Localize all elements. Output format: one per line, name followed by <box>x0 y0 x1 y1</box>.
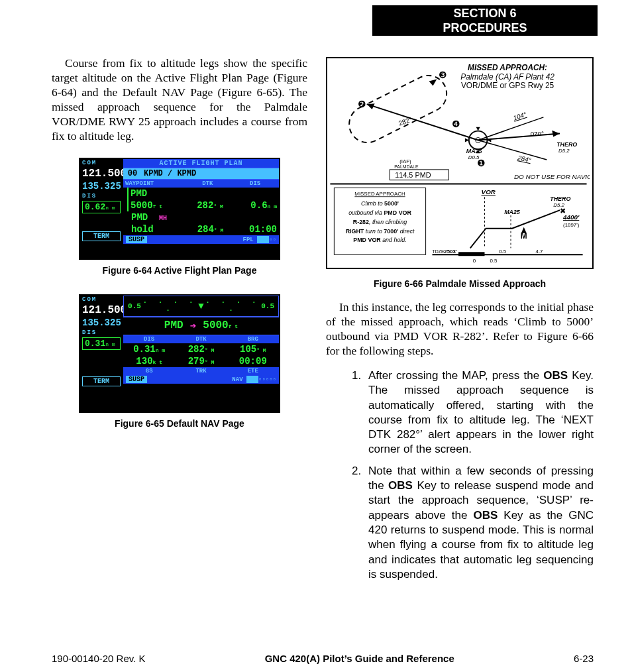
steps-list: After crossing the MAP, press the OBS Ke… <box>326 368 594 588</box>
h-dtk: DTK <box>175 335 227 343</box>
svg-text:Climb to 5000': Climb to 5000' <box>361 200 399 207</box>
term-badge: TERM <box>82 231 121 241</box>
ma25: MA25 <box>466 148 483 154</box>
row1-wp: PMD <box>127 188 190 199</box>
svg-line-2 <box>367 104 478 140</box>
h-brg: BRG <box>227 335 279 343</box>
susp-badge: SUSP <box>126 236 147 243</box>
com-standby-65: 135.325 <box>80 317 123 329</box>
to-alt-unit: f t <box>229 323 238 329</box>
h-gs: GS <box>123 367 175 375</box>
cdi-right: 0.5 <box>261 302 274 310</box>
p-vor: VOR <box>482 188 496 196</box>
dis-label: DIS <box>80 192 123 200</box>
com-label-65: COM <box>80 296 123 304</box>
left-column: Course from fix to altitude legs show th… <box>52 56 307 634</box>
therod: D5.2 <box>558 148 570 154</box>
m4: ❹ <box>452 119 460 129</box>
t0: 0 <box>473 258 476 264</box>
row2-dtk: 282 <box>197 200 213 211</box>
right-p1: In this instance, the leg corresponds to… <box>326 300 594 358</box>
plate-title3: VOR/DME or GPS Rwy 25 <box>461 81 554 90</box>
footer-center: GNC 420(A) Pilot’s Guide and Reference <box>265 653 454 664</box>
svg-text:outbound via PMD VOR: outbound via PMD VOR <box>348 209 411 216</box>
obs-key: OBS <box>543 369 568 382</box>
figure-6-66: MISSED APPROACH: Palmdale (CA) AF Plant … <box>326 57 594 269</box>
r1-brg-u: ° M <box>256 347 266 353</box>
com-standby: 135.325 <box>80 180 123 192</box>
thero: THERO <box>556 141 577 148</box>
p-thero: THERO <box>550 196 570 202</box>
susp-65: SUSP <box>126 376 147 383</box>
r1-brg: 105 <box>240 344 256 355</box>
svg-rect-19 <box>458 252 485 256</box>
freq: 114.5 PMD <box>395 171 431 179</box>
section-line1: SECTION 6 <box>372 6 598 21</box>
row4-dtk-unit: ° M <box>214 227 223 233</box>
dis-label-65: DIS <box>80 329 123 337</box>
iaf-name: PALMDALE <box>394 164 419 169</box>
footer-left: 190-00140-20 Rev. K <box>52 653 145 664</box>
tdze-v: 2503' <box>444 249 457 254</box>
com-active: 121.500 <box>80 167 123 180</box>
svg-text:RIGHT turn to 7000' direct: RIGHT turn to 7000' direct <box>346 228 415 235</box>
step-1: After crossing the MAP, press the OBS Ke… <box>364 368 594 457</box>
plate-title2: Palmdale (CA) AF Plant 42 <box>460 72 554 82</box>
m3: ❸ <box>439 70 447 80</box>
row2-unit: f t <box>153 203 162 209</box>
right-column: MISSED APPROACH: Palmdale (CA) AF Plant … <box>326 56 594 634</box>
caption-6-64: Figure 6-64 Active Flight Plan Page <box>52 265 307 276</box>
row3-wp: PMD <box>131 212 148 223</box>
to-alt: 5000 <box>203 319 228 331</box>
dis-unit: n m <box>105 205 115 211</box>
ma25d: D0.5 <box>468 154 480 160</box>
r2-ete: 00:09 <box>227 355 279 367</box>
fpl-label: FPL <box>243 237 254 243</box>
row4-wp: hold <box>127 223 187 235</box>
caption-6-65: Figure 6-65 Default NAV Page <box>52 418 307 429</box>
t47: 4.7 <box>536 249 543 254</box>
r1-dis: 0.31 <box>133 344 156 355</box>
m2: ❷ <box>358 99 366 109</box>
row2-dis-unit: n m <box>268 203 277 209</box>
figure-6-65: COM 121.500 135.325 DIS 0.31n m TERM 0.5… <box>79 294 280 413</box>
svg-text:R-282, then climbing: R-282, then climbing <box>353 219 407 225</box>
row4-dtk: 284 <box>197 224 214 235</box>
row4-time: 01:00 <box>233 223 279 235</box>
obs-key: OBS <box>473 509 498 522</box>
svg-text:PMD VOR and hold.: PMD VOR and hold. <box>353 237 406 243</box>
c070: 070° <box>531 130 544 137</box>
section-header: SECTION 6 PROCEDURES <box>372 5 598 36</box>
plan-name: KPMD / KPMD <box>142 168 279 179</box>
com-label: COM <box>80 159 123 167</box>
term-badge-65: TERM <box>82 376 121 386</box>
r2-spd: 130 <box>136 356 152 366</box>
t05a: 0.5 <box>490 258 498 264</box>
afp-title: ACTIVE FLIGHT PLAN <box>123 159 279 168</box>
tdze: TDZE <box>433 249 445 254</box>
h-trk: TRK <box>175 367 227 375</box>
dis-unit-65: n m <box>105 341 115 347</box>
h-dis: DIS <box>123 335 175 343</box>
com-active-65: 121.500 <box>80 304 123 317</box>
ma-head: MISSED APPROACH <box>354 191 405 197</box>
left-paragraph: Course from fix to altitude legs show th… <box>52 56 307 143</box>
r2-trk: 279 <box>188 356 205 366</box>
svg-line-3 <box>478 134 560 140</box>
svg-line-5 <box>478 140 547 160</box>
hdr-dtk: DTK <box>184 180 231 188</box>
svg-text:✖: ✖ <box>560 207 566 215</box>
dis-value-65: 0.31 <box>85 339 105 349</box>
h-ete: ETE <box>227 367 279 375</box>
plan-index: 00 <box>123 168 142 179</box>
caption-6-66: Figure 6-66 Palmdale Missed Approach <box>326 278 594 289</box>
plate-title1: MISSED APPROACH: <box>468 63 547 72</box>
section-line2: PROCEDURES <box>372 21 598 35</box>
active-wp: PMD <box>164 319 184 333</box>
c104: 104° <box>512 111 527 122</box>
obs-key: OBS <box>388 479 413 492</box>
r1-dtk: 282 <box>188 344 205 355</box>
page-footer: 190-00140-20 Rev. K GNC 420(A) Pilot’s G… <box>52 653 594 664</box>
t05b: 0.5 <box>499 249 507 254</box>
r2-trk-u: ° M <box>205 359 214 365</box>
